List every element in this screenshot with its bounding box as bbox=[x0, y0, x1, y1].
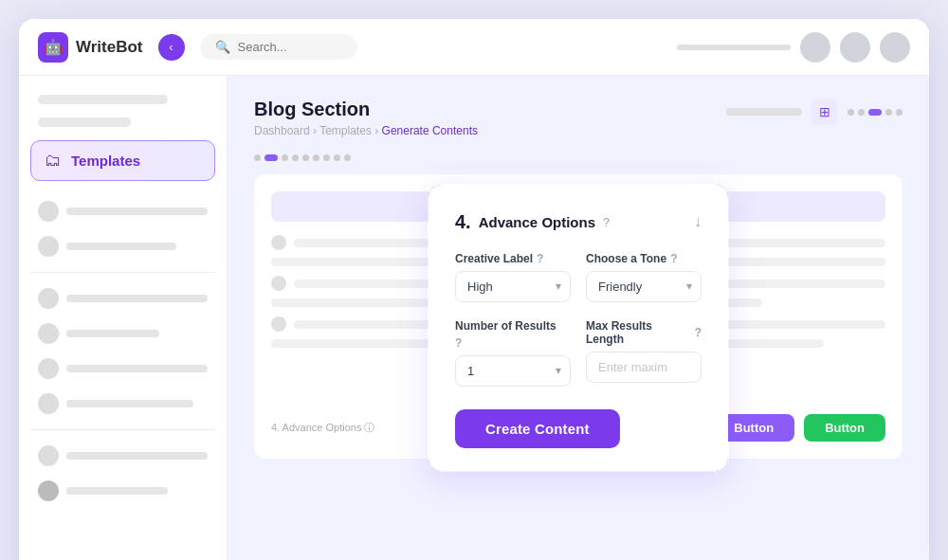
max-results-length-label: Max Results Length ? bbox=[586, 319, 702, 346]
tone-label: Choose a Tone ? bbox=[586, 252, 702, 265]
sidebar-item-label-templates: Templates bbox=[71, 153, 140, 169]
sidebar-line-4 bbox=[66, 330, 159, 337]
search-input[interactable] bbox=[238, 40, 342, 54]
tone-group: Choose a Tone ? Friendly Formal Casual P… bbox=[586, 252, 702, 302]
modal-down-icon[interactable]: ↓ bbox=[694, 213, 702, 230]
sidebar-line-2 bbox=[66, 243, 176, 250]
sidebar-row-3[interactable] bbox=[30, 283, 215, 314]
sidebar-group bbox=[30, 196, 215, 506]
sidebar-row-4[interactable] bbox=[30, 318, 215, 349]
sidebar-line-7 bbox=[66, 452, 208, 460]
header: 🤖 WriteBot ‹ 🔍 bbox=[19, 19, 929, 76]
sidebar-placeholder-2 bbox=[38, 117, 131, 127]
search-bar[interactable]: 🔍 bbox=[200, 34, 357, 60]
sidebar-line-1 bbox=[66, 208, 208, 215]
sidebar-dot-4 bbox=[38, 323, 59, 344]
sidebar-item-templates[interactable]: 🗂 Templates bbox=[30, 140, 215, 181]
header-avatar-3 bbox=[880, 32, 910, 63]
tone-help-icon[interactable]: ? bbox=[670, 252, 677, 265]
sidebar-row-2[interactable] bbox=[30, 231, 215, 262]
search-icon: 🔍 bbox=[215, 40, 230, 54]
creative-label-select[interactable]: High Low Medium Very High bbox=[455, 271, 571, 302]
sidebar-dot-2 bbox=[38, 236, 59, 257]
sidebar-line-8 bbox=[66, 487, 168, 495]
modal-title-row: 4. Advance Options ? bbox=[455, 211, 610, 233]
number-of-results-label: Number of Results bbox=[455, 319, 571, 333]
creative-label-label: Creative Label ? bbox=[455, 252, 571, 265]
modal-title: Advance Options bbox=[479, 214, 595, 230]
content-area: Blog Section Dashboard › Templates › Gen… bbox=[228, 76, 929, 560]
nav-back-button[interactable]: ‹ bbox=[158, 34, 185, 61]
logo-icon: 🤖 bbox=[38, 32, 68, 63]
sidebar-row-7[interactable] bbox=[30, 441, 215, 471]
sidebar-divider-2 bbox=[30, 429, 215, 430]
sidebar-line-5 bbox=[66, 365, 208, 372]
modal-header: 4. Advance Options ? ↓ bbox=[455, 211, 702, 233]
tone-select-wrapper: Friendly Formal Casual Professional bbox=[586, 271, 702, 302]
number-of-results-group: Number of Results ? 1 2 3 4 bbox=[455, 319, 571, 387]
tone-select[interactable]: Friendly Formal Casual Professional bbox=[586, 271, 702, 302]
create-content-button[interactable]: Create Content bbox=[455, 409, 620, 448]
modal-overlay: 4. Advance Options ? ↓ Creative Label ? bbox=[228, 76, 929, 560]
modal-help-icon[interactable]: ? bbox=[603, 215, 610, 229]
sidebar-dot-5 bbox=[38, 358, 59, 379]
sidebar-row-1[interactable] bbox=[30, 196, 215, 226]
app-name: WriteBot bbox=[76, 38, 143, 57]
number-of-results-select[interactable]: 1 2 3 4 5 bbox=[455, 355, 571, 387]
number-of-results-help-icon[interactable]: ? bbox=[455, 336, 462, 350]
sidebar-row-8[interactable] bbox=[30, 476, 215, 506]
sidebar-line-6 bbox=[66, 400, 193, 407]
sidebar-row-6[interactable] bbox=[30, 388, 215, 419]
sidebar-dot-7 bbox=[38, 445, 59, 466]
modal-form-row-2: Number of Results ? 1 2 3 4 bbox=[455, 319, 702, 387]
max-results-length-input[interactable] bbox=[586, 352, 702, 383]
sidebar-dot-8 bbox=[38, 480, 59, 501]
modal-step: 4. bbox=[455, 211, 471, 233]
header-progress-bar bbox=[677, 45, 791, 50]
modal-card: 4. Advance Options ? ↓ Creative Label ? bbox=[427, 183, 730, 473]
sidebar-placeholder-1 bbox=[38, 95, 168, 104]
header-avatar-1 bbox=[800, 32, 830, 63]
number-of-results-select-wrapper: 1 2 3 4 5 bbox=[455, 355, 571, 387]
main-layout: 🗂 Templates bbox=[19, 76, 929, 560]
sidebar-dot-3 bbox=[38, 288, 59, 309]
sidebar-line-3 bbox=[66, 295, 208, 302]
number-of-results-help-row: ? bbox=[455, 336, 571, 350]
sidebar-row-5[interactable] bbox=[30, 353, 215, 384]
creative-label-select-wrapper: High Low Medium Very High bbox=[455, 271, 571, 302]
templates-icon: 🗂 bbox=[45, 151, 62, 171]
header-avatar-2 bbox=[840, 32, 870, 63]
creative-label-group: Creative Label ? High Low Medium Very Hi… bbox=[455, 252, 571, 302]
header-right bbox=[677, 32, 910, 63]
sidebar: 🗂 Templates bbox=[19, 76, 228, 560]
app-window: 🤖 WriteBot ‹ 🔍 🗂 Templates bbox=[19, 19, 929, 560]
creative-label-help-icon[interactable]: ? bbox=[537, 252, 543, 265]
max-results-length-help-icon[interactable]: ? bbox=[695, 326, 702, 339]
sidebar-divider-1 bbox=[30, 272, 215, 273]
max-results-length-group: Max Results Length ? bbox=[586, 319, 702, 387]
sidebar-dot-1 bbox=[38, 201, 59, 222]
sidebar-dot-6 bbox=[38, 393, 59, 414]
modal-form-row-1: Creative Label ? High Low Medium Very Hi… bbox=[455, 252, 702, 302]
logo: 🤖 WriteBot bbox=[38, 32, 143, 63]
